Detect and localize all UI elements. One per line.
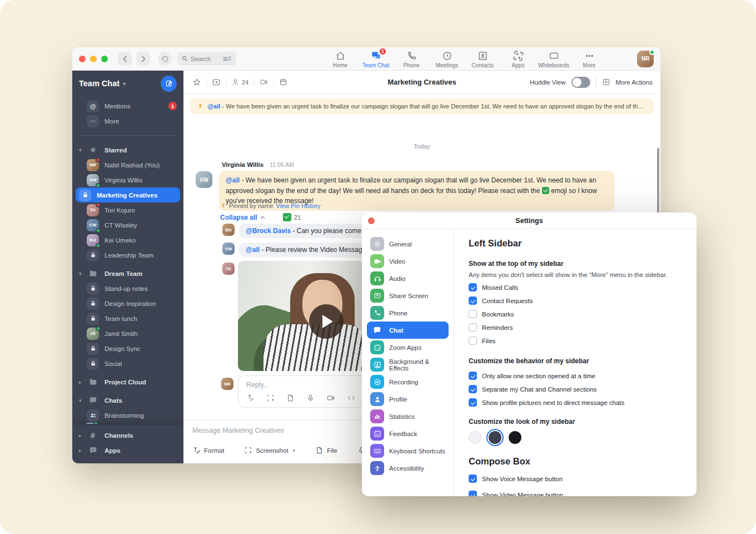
- message-mention[interactable]: @all: [226, 176, 240, 184]
- checkbox-unchecked[interactable]: [469, 337, 477, 345]
- settings-nav-phone[interactable]: Phone: [367, 304, 449, 322]
- sidebar-item-social[interactable]: Social: [72, 356, 183, 371]
- sidebar-item-leadership[interactable]: Leadership Team: [72, 248, 183, 263]
- apps-caret-icon[interactable]: ▸: [79, 448, 83, 453]
- reply-mention[interactable]: @Brock Davis: [246, 227, 291, 235]
- project-cloud-caret-icon[interactable]: ▸: [79, 379, 83, 385]
- avatar-virginia-message[interactable]: VW: [196, 171, 212, 188]
- file-button[interactable]: File: [315, 446, 337, 454]
- nav-apps[interactable]: Apps: [502, 50, 534, 68]
- option-video-message[interactable]: Show Video Message button: [469, 491, 682, 496]
- shared-spaces-button[interactable]: [207, 78, 226, 87]
- settings-nav-profile[interactable]: Profile: [367, 390, 449, 408]
- huddle-view-toggle[interactable]: [571, 77, 590, 88]
- option-separate-sections[interactable]: Separate my Chat and Channel sections: [469, 385, 682, 393]
- nav-more[interactable]: More: [573, 50, 605, 68]
- screenshot-icon[interactable]: [266, 394, 275, 402]
- collapse-all-link[interactable]: Collapse all: [220, 214, 265, 221]
- theme-swatch-black[interactable]: [509, 431, 521, 444]
- nav-phone[interactable]: Phone: [395, 50, 427, 68]
- view-pin-history-link[interactable]: View Pin History: [276, 202, 321, 209]
- sidebar-item-design-sync[interactable]: Design Sync: [72, 341, 183, 356]
- sidebar-item-brainstorming[interactable]: Brainstorming: [72, 408, 183, 423]
- section-starred[interactable]: ▾ Starred: [72, 142, 183, 157]
- settings-nav-feedback[interactable]: Feedback: [367, 425, 449, 442]
- sidebar-title-caret-icon[interactable]: ▾: [123, 81, 126, 87]
- format-button[interactable]: Format: [192, 446, 224, 454]
- sidebar-item-team-lunch[interactable]: Team lunch: [72, 311, 183, 326]
- members-button[interactable]: 24: [226, 78, 254, 86]
- thread-reply[interactable]: BD @Brock Davis - Can you please come up…: [222, 224, 384, 238]
- starred-caret-icon[interactable]: ▾: [79, 147, 83, 153]
- format-icon[interactable]: [246, 394, 255, 402]
- settings-nav-background-effects[interactable]: Background & Effects: [367, 356, 449, 373]
- theme-swatch-light[interactable]: [469, 431, 481, 444]
- channels-caret-icon[interactable]: ▸: [79, 433, 83, 438]
- minimize-window-button[interactable]: [90, 56, 97, 62]
- sidebar-item-nabil[interactable]: NR Nabil Rashad (You): [72, 157, 183, 172]
- message-author[interactable]: Virginia Willis: [222, 161, 263, 168]
- settings-nav-recording[interactable]: Recording: [367, 373, 449, 390]
- history-button[interactable]: [158, 52, 172, 66]
- checkbox-checked[interactable]: [469, 398, 477, 407]
- back-button[interactable]: [118, 52, 132, 66]
- sidebar-item-tori[interactable]: TK Tori Kojuro: [72, 202, 183, 217]
- settings-nav-zoom-apps[interactable]: Zoom Apps: [367, 339, 449, 356]
- option-missed-calls[interactable]: Missed Calls: [469, 283, 682, 291]
- code-snippet-icon[interactable]: [347, 394, 356, 402]
- checkbox-unchecked[interactable]: [469, 310, 477, 318]
- theme-swatch-dark-selected[interactable]: [489, 431, 501, 444]
- close-window-button[interactable]: [79, 56, 86, 62]
- nav-meetings[interactable]: Meetings: [431, 50, 463, 68]
- checkbox-checked[interactable]: [469, 491, 477, 496]
- option-one-section[interactable]: Only allow one section opened at a time: [469, 372, 682, 380]
- search-input[interactable]: Search ⌘F: [177, 52, 236, 66]
- more-actions-label[interactable]: More Actions: [616, 79, 653, 86]
- meet-button[interactable]: [254, 78, 274, 86]
- checkbox-checked[interactable]: [469, 372, 477, 380]
- checkbox-unchecked[interactable]: [469, 323, 477, 332]
- sidebar-item-mentions[interactable]: @ Mentions 1: [72, 98, 183, 113]
- settings-nav-keyboard-shortcuts[interactable]: Keyboard Shortcuts: [367, 442, 449, 459]
- option-bookmarks[interactable]: Bookmarks: [469, 310, 682, 318]
- settings-nav-accessibility[interactable]: Accessibility: [367, 459, 449, 477]
- nav-team-chat[interactable]: Team Chat 1: [360, 50, 392, 68]
- reaction-chip[interactable]: 21: [283, 213, 301, 221]
- sidebar-item-standup[interactable]: Stand-up notes: [72, 281, 183, 296]
- option-profile-pictures[interactable]: Show profile pictures next to direct mes…: [469, 398, 682, 407]
- checkbox-checked[interactable]: [469, 296, 477, 305]
- nav-home[interactable]: Home: [324, 50, 356, 68]
- zoom-window-button[interactable]: [101, 56, 108, 62]
- option-files[interactable]: Files: [469, 337, 682, 345]
- user-avatar[interactable]: NR: [637, 51, 654, 67]
- section-chats[interactable]: ▾ Chats: [72, 393, 183, 408]
- settings-nav-general[interactable]: General: [367, 235, 449, 253]
- option-contact-requests[interactable]: Contact Requests: [469, 296, 682, 305]
- close-settings-button[interactable]: [368, 217, 375, 224]
- forward-button[interactable]: [136, 52, 150, 66]
- settings-nav-video[interactable]: Video: [367, 253, 449, 270]
- reply-mention[interactable]: @all: [246, 246, 260, 254]
- play-button[interactable]: [309, 304, 344, 339]
- checkbox-checked[interactable]: [469, 474, 477, 483]
- settings-nav-audio[interactable]: Audio: [367, 270, 449, 287]
- microphone-icon[interactable]: [306, 394, 315, 402]
- section-channels[interactable]: ▸ # Channels: [72, 428, 183, 443]
- sidebar-item-kei[interactable]: KU Kei Umeko: [72, 233, 183, 248]
- nav-whiteboards[interactable]: Whiteboards: [538, 50, 570, 68]
- sidebar-item-design-inspiration[interactable]: Design Inspiration: [72, 296, 183, 311]
- section-dream-team[interactable]: ▾ Dream Team: [72, 266, 183, 281]
- nav-contacts[interactable]: Contacts: [466, 50, 499, 68]
- settings-nav-share-screen[interactable]: Share Screen: [367, 287, 449, 304]
- option-reminders[interactable]: Reminders: [469, 323, 682, 332]
- thread-reply[interactable]: VW @all - Please review the Video Messag…: [222, 243, 377, 257]
- sidebar-item-virginia[interactable]: VW Virginia Willis: [72, 172, 183, 187]
- sidebar-item-marketing-creatives[interactable]: Marketing Creatives: [76, 187, 180, 202]
- banner-mention[interactable]: @all: [207, 103, 220, 110]
- checkbox-checked[interactable]: [469, 283, 477, 291]
- option-voice-message[interactable]: Show Voice Message button: [469, 474, 682, 483]
- video-message-thumbnail[interactable]: [238, 261, 365, 371]
- chats-caret-icon[interactable]: ▾: [79, 398, 83, 403]
- pinned-message-banner[interactable]: @all - We have been given an urgent task…: [190, 98, 654, 114]
- sidebar-item-more[interactable]: ⋯ More: [72, 113, 183, 128]
